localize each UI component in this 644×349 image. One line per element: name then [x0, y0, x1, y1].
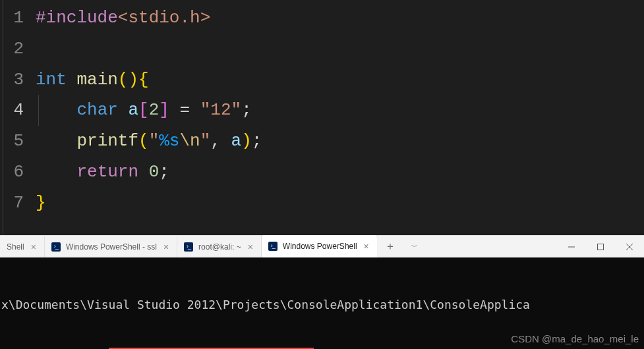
new-tab-button[interactable]: ＋ [377, 240, 403, 254]
token-function: printf [76, 131, 138, 151]
token-function: main [76, 70, 117, 90]
token-paren: ( [138, 131, 149, 151]
line-number: 5 [0, 126, 36, 157]
token-bracket: ] [159, 100, 169, 120]
window-close-button[interactable] [615, 236, 644, 257]
token-string: "12" [200, 100, 241, 120]
token-var: a [128, 100, 138, 120]
token-keyword: return [76, 162, 138, 182]
token-brace: } [36, 193, 46, 213]
line-number: 6 [0, 157, 36, 188]
token-op: = [169, 100, 200, 120]
watermark: CSDN @ma_de_hao_mei_le [511, 332, 639, 347]
token-var: a [231, 131, 242, 151]
code-line-1: 1 #include<stdio.h> [0, 3, 644, 34]
code-line-5: 5 printf("%s\n", a); [0, 126, 644, 157]
token-escape: \n [179, 131, 200, 151]
powershell-icon [51, 242, 61, 252]
close-icon[interactable]: × [247, 241, 254, 253]
maximize-icon [597, 244, 604, 250]
line-number: 1 [0, 3, 36, 34]
line-number: 3 [0, 65, 36, 95]
line-number: 2 [0, 34, 36, 65]
token-directive: #include [36, 8, 118, 28]
token-paren: ( [118, 70, 129, 90]
tab-label: root@kali: ~ [198, 242, 241, 252]
indent-guide [3, 0, 3, 235]
terminal-tabs-bar: Shell × Windows PowerShell - ssl × root@… [0, 235, 644, 257]
token-quote: " [149, 131, 160, 151]
minimize-icon [568, 244, 575, 250]
token-comma: , [210, 131, 231, 151]
tab-shell[interactable]: Shell × [0, 236, 45, 257]
terminal-output[interactable]: x\Documents\Visual Studio 2012\Projects\… [0, 257, 644, 349]
token-type: char [76, 100, 117, 120]
token-quote: " [200, 131, 211, 151]
line-number: 4 [0, 95, 36, 126]
token-number: 0 [149, 162, 160, 182]
tab-dropdown-button[interactable]: ﹀ [403, 242, 426, 252]
token-bracket: [ [138, 100, 149, 120]
token-format: %s [159, 131, 179, 151]
tab-label: Shell [7, 242, 24, 252]
indent-guide [38, 95, 39, 126]
svg-rect-1 [598, 244, 604, 250]
token-brace: { [138, 70, 149, 90]
token-semicolon: ; [252, 131, 262, 151]
token-paren: ) [128, 70, 138, 90]
close-icon[interactable]: × [162, 241, 170, 253]
close-icon[interactable]: × [363, 240, 370, 252]
token-include: <stdio.h> [118, 8, 210, 28]
token-semicolon: ; [241, 100, 252, 120]
code-line-4: 4 char a[2] = "12"; [0, 95, 644, 126]
code-line-7: 7 } [0, 188, 644, 219]
code-line-3: 3 int main(){ [0, 65, 644, 95]
terminal-line: x\Documents\Visual Studio 2012\Projects\… [0, 296, 644, 313]
tab-label: Windows PowerShell [283, 242, 357, 251]
token-keyword: int [36, 70, 67, 90]
window-maximize-button[interactable] [586, 236, 615, 257]
tab-powershell-active[interactable]: Windows PowerShell × [262, 234, 377, 257]
code-line-2: 2 [0, 34, 644, 65]
token-paren: ) [241, 131, 252, 151]
window-minimize-button[interactable] [557, 236, 586, 257]
token-number: 2 [149, 100, 160, 120]
close-icon[interactable]: × [30, 241, 38, 253]
powershell-icon [268, 242, 278, 251]
close-icon [626, 244, 633, 250]
line-number: 7 [0, 188, 36, 219]
code-line-6: 6 return 0; [0, 157, 644, 188]
tab-powershell-ssl[interactable]: Windows PowerShell - ssl × [45, 236, 177, 257]
code-editor[interactable]: 1 #include<stdio.h> 2 3 int main(){ 4 ch… [0, 0, 644, 235]
powershell-icon [184, 242, 193, 252]
token-semicolon: ; [159, 162, 169, 182]
tab-label: Windows PowerShell - ssl [66, 242, 157, 252]
tab-root-kali[interactable]: root@kali: ~ × [177, 236, 262, 257]
